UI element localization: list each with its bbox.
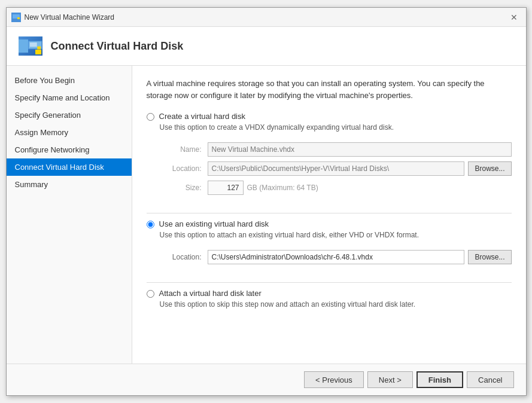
attach-later-radio[interactable] bbox=[147, 290, 154, 298]
create-vhd-label[interactable]: Create a virtual hard disk bbox=[159, 112, 246, 121]
header-icon bbox=[19, 36, 42, 56]
sidebar: Before You Begin Specify Name and Locati… bbox=[7, 66, 132, 364]
window-icon bbox=[11, 13, 21, 22]
use-existing-option: Use an existing virtual hard disk bbox=[147, 219, 512, 228]
svg-rect-5 bbox=[30, 42, 37, 47]
size-row: Size: GB (Maximum: 64 TB) bbox=[160, 181, 512, 195]
title-bar: New Virtual Machine Wizard ✕ bbox=[7, 8, 526, 27]
finish-button[interactable]: Finish bbox=[417, 371, 463, 388]
sidebar-item-assign-memory[interactable]: Assign Memory bbox=[7, 124, 132, 141]
attach-later-desc: Use this option to skip this step now an… bbox=[160, 300, 512, 309]
create-vhd-fields: Name: Location: Browse... Size: GB (Maxi… bbox=[160, 138, 512, 204]
create-vhd-group: Create a virtual hard disk Use this opti… bbox=[147, 112, 512, 204]
description-text: A virtual machine requires storage so th… bbox=[147, 78, 512, 101]
create-vhd-option: Create a virtual hard disk bbox=[147, 112, 512, 121]
sidebar-item-summary[interactable]: Summary bbox=[7, 176, 132, 193]
attach-later-label[interactable]: Attach a virtual hard disk later bbox=[159, 289, 262, 298]
use-existing-desc: Use this option to attach an existing vi… bbox=[160, 231, 512, 239]
location-input-existing[interactable] bbox=[208, 250, 465, 264]
sidebar-item-configure-networking[interactable]: Configure Networking bbox=[7, 141, 132, 158]
previous-button[interactable]: < Previous bbox=[304, 371, 364, 388]
attach-later-option: Attach a virtual hard disk later bbox=[147, 289, 512, 298]
location-input-create bbox=[208, 161, 465, 176]
cancel-button[interactable]: Cancel bbox=[467, 371, 513, 388]
sidebar-item-specify-generation[interactable]: Specify Generation bbox=[7, 106, 132, 124]
use-existing-group: Use an existing virtual hard disk Use th… bbox=[147, 219, 512, 274]
sidebar-item-specify-name[interactable]: Specify Name and Location bbox=[7, 89, 132, 106]
close-button[interactable]: ✕ bbox=[507, 11, 521, 23]
svg-rect-2 bbox=[17, 17, 20, 19]
window-title: New Virtual Machine Wizard bbox=[25, 13, 507, 22]
location-label-create: Location: bbox=[160, 164, 202, 173]
create-vhd-radio[interactable] bbox=[147, 113, 154, 121]
use-existing-fields: Location: Browse... bbox=[160, 245, 512, 274]
page-header: Connect Virtual Hard Disk bbox=[7, 27, 526, 66]
sidebar-item-before-you-begin[interactable]: Before You Begin bbox=[7, 72, 132, 89]
size-unit: GB (Maximum: 64 TB) bbox=[247, 184, 318, 192]
name-row: Name: bbox=[160, 142, 512, 157]
location-row-existing: Location: Browse... bbox=[160, 250, 512, 264]
use-existing-radio[interactable] bbox=[147, 221, 154, 228]
name-label: Name: bbox=[160, 145, 202, 154]
next-button[interactable]: Next > bbox=[367, 371, 413, 388]
footer: < Previous Next > Finish Cancel bbox=[7, 364, 526, 395]
size-label: Size: bbox=[160, 184, 202, 192]
name-input bbox=[208, 142, 512, 157]
page-title: Connect Virtual Hard Disk bbox=[51, 40, 184, 53]
sidebar-item-connect-vhd[interactable]: Connect Virtual Hard Disk bbox=[7, 158, 132, 176]
create-vhd-desc: Use this option to create a VHDX dynamic… bbox=[160, 123, 512, 132]
use-existing-label[interactable]: Use an existing virtual hard disk bbox=[159, 219, 269, 228]
browse-button-create: Browse... bbox=[468, 161, 511, 176]
main-window: New Virtual Machine Wizard ✕ Connect Vir… bbox=[6, 7, 527, 396]
location-label-existing: Location: bbox=[160, 253, 202, 261]
svg-rect-6 bbox=[37, 47, 41, 50]
size-input bbox=[208, 181, 244, 195]
main-content: A virtual machine requires storage so th… bbox=[132, 66, 526, 364]
location-row-create: Location: Browse... bbox=[160, 161, 512, 176]
content-area: Before You Begin Specify Name and Locati… bbox=[7, 66, 526, 364]
attach-later-group: Attach a virtual hard disk later Use thi… bbox=[147, 289, 512, 309]
browse-button-existing[interactable]: Browse... bbox=[468, 250, 511, 264]
